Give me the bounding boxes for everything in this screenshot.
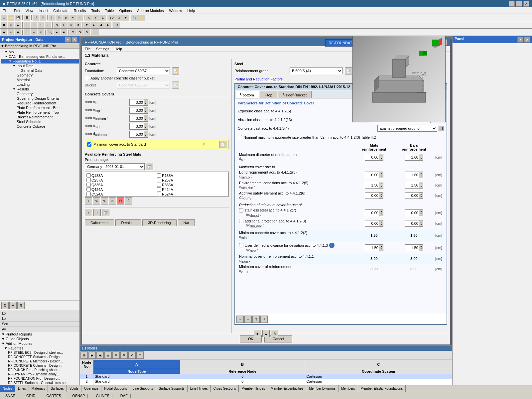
stainless-mats-up[interactable]: ▲: [379, 210, 383, 213]
tb-zoom-in[interactable]: +: [69, 15, 76, 21]
tree-item-res-geometry[interactable]: Geometry: [1, 91, 79, 96]
maximize-btn[interactable]: □: [516, 1, 522, 7]
additive-bars-spinner[interactable]: ▲ ▼: [405, 192, 423, 199]
additive-bars-dn[interactable]: ▼: [419, 196, 423, 199]
nodes-tb-4[interactable]: ▲: [104, 351, 112, 359]
tab-cside[interactable]: Cside/Cbucket: [278, 91, 312, 98]
mat-q188a[interactable]: Q188A: [86, 173, 157, 178]
left-tb-1[interactable]: ‹: [85, 209, 92, 216]
dialog-menu-file[interactable]: File: [85, 47, 91, 51]
nodes-tb-3[interactable]: ◀: [96, 351, 104, 359]
tb-view3[interactable]: Z: [99, 15, 106, 21]
user-allow-bars-dn[interactable]: ▼: [419, 248, 423, 251]
stainless-bars-up[interactable]: ▲: [419, 210, 423, 213]
left-tb-2[interactable]: ›: [93, 209, 101, 216]
nom-cbottom-spinner[interactable]: ▲ ▼: [129, 115, 148, 122]
menu-table[interactable]: Table: [102, 7, 116, 14]
menu-addon[interactable]: Add-on Modules: [134, 7, 166, 14]
nom-cbottom-up[interactable]: ▲: [144, 115, 148, 118]
bond-mats-input[interactable]: [365, 172, 379, 178]
tb2-1[interactable]: ■: [1, 22, 7, 28]
panel-icon-1[interactable]: ■: [254, 330, 261, 337]
tree-item-loading[interactable]: Loading: [1, 82, 79, 87]
tb-save[interactable]: 💾: [15, 15, 21, 21]
max-diam-bars-spinner[interactable]: ▲ ▼: [405, 154, 423, 161]
nodes-tb-7[interactable]: ✔: [128, 351, 136, 359]
tb2-5[interactable]: →: [31, 22, 37, 28]
bond-mats-spinner[interactable]: ▲ ▼: [365, 172, 383, 178]
mat-edit-btn[interactable]: ✎: [101, 197, 108, 204]
mat-q257a[interactable]: Q257A: [86, 178, 157, 182]
aggregate-checkbox[interactable]: [238, 135, 242, 139]
tree-item-plate-bot[interactable]: Plate Reinforcement - Botta...: [1, 105, 79, 110]
nom-cbottom-dn[interactable]: ▼: [144, 118, 148, 121]
tree-item-results[interactable]: ▼ Results: [1, 87, 79, 91]
tree-rf-concrete-mem[interactable]: RF-CONCRETE Members - Design...: [0, 359, 79, 363]
menu-calculate[interactable]: Calculate: [51, 7, 71, 14]
panel-right-close[interactable]: ✕: [524, 37, 530, 43]
bond-bars-dn[interactable]: ▼: [419, 175, 423, 178]
addprot-mats-input[interactable]: [365, 220, 379, 226]
additive-mats-spinner[interactable]: ▲ ▼: [365, 192, 383, 199]
mat-q524a[interactable]: Q524A: [86, 192, 157, 196]
tab-line-hinges[interactable]: Line Hinges: [188, 385, 211, 392]
tree-item-plate-top[interactable]: Plate Reinforcement - Top: [1, 110, 79, 115]
additive-mats-dn[interactable]: ▼: [379, 196, 383, 199]
tree-item-required-rein[interactable]: Required Reinforcement: [1, 101, 79, 105]
addprot-checkbox[interactable]: [239, 219, 243, 223]
stainless-mats-dn[interactable]: ▼: [379, 213, 383, 216]
user-allow-info[interactable]: i: [329, 243, 334, 248]
tree-item-mo[interactable]: ▼ Mo: [1, 50, 79, 54]
calculation-btn[interactable]: Calculation: [85, 219, 114, 226]
nom-dcolumn-spinner[interactable]: ▲ ▼: [129, 131, 148, 138]
additive-bars-input[interactable]: [405, 193, 419, 199]
tab-materials[interactable]: Materials: [29, 385, 48, 392]
nom-dcolumn-dn[interactable]: ▼: [144, 134, 148, 137]
user-allow-bars-up[interactable]: ▲: [419, 245, 423, 248]
nom-dcolumn-input[interactable]: [130, 131, 144, 137]
bond-bars-spinner[interactable]: ▲ ▼: [405, 172, 423, 178]
tb3-8[interactable]: ●: [54, 29, 60, 35]
env-mats-dn[interactable]: ▼: [379, 185, 383, 188]
tb3-11[interactable]: G: [76, 29, 83, 35]
cover-tb-3[interactable]: ⇧: [252, 316, 260, 323]
tb3-13[interactable]: ⋯: [92, 29, 99, 35]
tb2-2[interactable]: ●: [8, 22, 14, 28]
tb2-13[interactable]: ▲: [90, 22, 97, 28]
rein-grade-edit-btn[interactable]: 📝: [345, 67, 352, 74]
user-allow-mats-dn[interactable]: ▼: [379, 248, 383, 251]
nodes-tb-8[interactable]: ?: [136, 351, 144, 359]
additive-mats-input[interactable]: [365, 193, 379, 199]
tb-select[interactable]: ⇧: [49, 15, 55, 21]
status-snap[interactable]: SNAP: [3, 394, 18, 398]
menu-insert[interactable]: Insert: [36, 7, 51, 14]
tree-item-governing[interactable]: Governing Design Criteria: [1, 96, 79, 101]
env-mats-input[interactable]: [365, 182, 379, 188]
bond-bars-input[interactable]: [405, 172, 419, 178]
max-diam-bars-dn[interactable]: ▼: [419, 157, 423, 160]
addprot-mats-spinner[interactable]: ▲ ▼: [365, 220, 383, 227]
addprot-bars-up[interactable]: ▲: [419, 220, 423, 223]
nat-btn[interactable]: Nat: [178, 219, 195, 226]
tb2-4[interactable]: ←: [24, 22, 30, 28]
nom-ctop-up[interactable]: ▲: [144, 107, 148, 110]
nom-cbottom-input[interactable]: [130, 115, 144, 121]
tb-print[interactable]: 🖶: [24, 15, 30, 21]
menu-options[interactable]: Options: [116, 7, 134, 14]
tb2-12[interactable]: ▼: [83, 22, 90, 28]
tab-cbottom[interactable]: Cbottom: [235, 91, 259, 98]
mat-r188a[interactable]: R188A: [157, 173, 227, 178]
tb3-4[interactable]: +: [24, 29, 30, 35]
user-allow-checkbox[interactable]: [239, 243, 243, 247]
tab-member-elastic[interactable]: Member Elastic Foundations: [358, 385, 406, 392]
left-tb-3[interactable]: 📅: [102, 209, 109, 216]
tb2-15[interactable]: ▶: [104, 22, 111, 28]
tb3-9[interactable]: ■: [61, 29, 67, 35]
menu-help[interactable]: Help: [185, 7, 198, 14]
tab-members[interactable]: Members: [338, 385, 358, 392]
tb-filter[interactable]: 🔍: [131, 15, 138, 21]
panel-data-btn[interactable]: D: [1, 302, 9, 309]
tree-item-bucket[interactable]: Bucket Reinforcement: [1, 115, 79, 119]
mat-q424a[interactable]: Q424A: [86, 187, 157, 192]
tree-item-inputdata[interactable]: ▼ Input Data: [1, 64, 79, 68]
